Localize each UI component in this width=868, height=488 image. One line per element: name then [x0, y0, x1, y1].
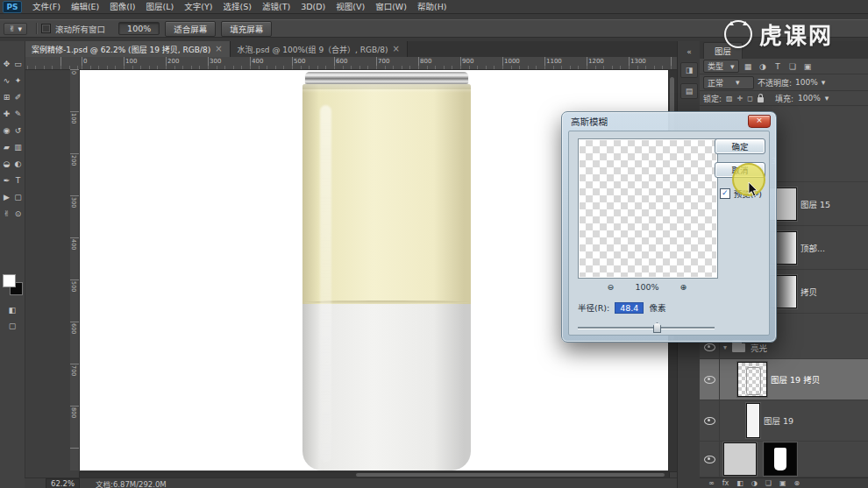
- brush-tool[interactable]: ✎: [12, 105, 24, 122]
- opacity-label: 不透明度:: [758, 77, 792, 88]
- lock-image-icon[interactable]: ◻: [747, 95, 753, 103]
- zoom-tool[interactable]: ⊙: [12, 205, 24, 222]
- ok-button[interactable]: 确定: [715, 138, 765, 154]
- foreground-color-swatch[interactable]: [3, 274, 16, 287]
- menu-filter[interactable]: 滤镜(T): [257, 0, 295, 13]
- quick-mask-icon[interactable]: ◧: [9, 306, 17, 315]
- blur-tool[interactable]: ◒: [1, 155, 12, 172]
- menu-layer[interactable]: 图层(L): [141, 0, 180, 13]
- menu-window[interactable]: 窗口(W): [370, 0, 412, 13]
- type-tool[interactable]: T: [12, 172, 24, 188]
- hand-tool[interactable]: ✌: [1, 205, 12, 222]
- lock-position-icon[interactable]: ✛: [737, 95, 743, 103]
- layer-thumbnail[interactable]: [723, 442, 757, 476]
- quick-selection-tool[interactable]: ✦: [12, 72, 24, 88]
- lasso-tool[interactable]: ∿: [1, 72, 12, 88]
- menu-edit[interactable]: 编辑(E): [66, 0, 104, 13]
- watermark: 虎课网: [724, 18, 833, 50]
- move-tool[interactable]: ✥: [1, 55, 12, 72]
- visibility-toggle[interactable]: [700, 359, 720, 400]
- layer-row[interactable]: [700, 442, 868, 477]
- lock-all-icon[interactable]: [758, 97, 764, 103]
- menu-select[interactable]: 选择(S): [217, 0, 256, 13]
- fill-screen-button[interactable]: 填充屏幕: [221, 21, 272, 37]
- filter-adjustment-icon[interactable]: ◑: [758, 62, 769, 71]
- eye-icon: [704, 376, 715, 384]
- menu-3d[interactable]: 3D(D): [295, 0, 331, 13]
- gradient-tool[interactable]: ▥: [12, 138, 24, 155]
- close-icon[interactable]: ×: [393, 45, 400, 53]
- close-icon[interactable]: ×: [215, 45, 222, 53]
- dock-panel-icon-b[interactable]: ▤: [680, 83, 698, 99]
- dock-panel-icon-a[interactable]: ◨: [680, 62, 698, 78]
- layer-row-selected[interactable]: 图层 19 拷贝: [700, 359, 868, 400]
- scroll-all-windows-label: 滚动所有窗口: [55, 23, 105, 35]
- horizontal-scrollbar-thumb[interactable]: [356, 473, 665, 477]
- zoom-in-icon[interactable]: ⊕: [680, 282, 687, 292]
- link-layers-icon[interactable]: ∞: [708, 479, 715, 488]
- crop-tool[interactable]: ⊞: [1, 88, 12, 105]
- visibility-toggle[interactable]: [700, 442, 720, 477]
- filter-shape-icon[interactable]: ❏: [787, 62, 799, 71]
- opacity-value[interactable]: 100%: [795, 78, 818, 87]
- dialog-title[interactable]: 高斯模糊: [571, 115, 608, 128]
- fill-value[interactable]: 100%: [798, 94, 821, 103]
- ps-logo[interactable]: PS: [3, 1, 22, 13]
- layer-filter-select[interactable]: 类型 ▾: [703, 60, 739, 73]
- filter-pixel-icon[interactable]: ▦: [743, 62, 754, 71]
- zoom-out-icon[interactable]: ⊖: [607, 282, 614, 292]
- healing-brush-tool[interactable]: ✚: [1, 105, 12, 122]
- adjustment-layer-icon[interactable]: ◑: [751, 479, 758, 488]
- menu-help[interactable]: 帮助(H): [412, 0, 452, 13]
- color-swatches: [2, 274, 23, 297]
- expand-open-icon[interactable]: ▾: [720, 343, 730, 351]
- menu-image[interactable]: 图像(I): [104, 0, 140, 13]
- lock-transparency-icon[interactable]: ▨: [726, 95, 733, 103]
- layer-thumbnail[interactable]: [746, 403, 760, 438]
- dialog-body: ⊖ 100% ⊕ 半径(R): 48.4 像素 确定 取消 ✓ 预览(P): [568, 131, 770, 336]
- blur-preview-area[interactable]: [578, 138, 718, 279]
- menu-type[interactable]: 文字(Y): [179, 0, 217, 13]
- filter-type-icon[interactable]: T: [772, 62, 784, 71]
- layer-mask-thumbnail[interactable]: [764, 442, 797, 476]
- new-layer-icon[interactable]: ▣: [779, 479, 786, 488]
- marquee-tool[interactable]: ▭: [12, 55, 24, 72]
- slider-track[interactable]: [578, 327, 715, 329]
- menu-view[interactable]: 视图(V): [331, 0, 370, 13]
- eraser-tool[interactable]: ▰: [1, 138, 12, 155]
- dialog-close-button[interactable]: ×: [748, 115, 771, 128]
- zoom-100-button[interactable]: 100%: [118, 22, 160, 35]
- dodge-tool[interactable]: ◐: [12, 155, 24, 172]
- history-brush-tool[interactable]: ↺: [12, 122, 24, 138]
- collapse-panels-icon[interactable]: «: [681, 46, 697, 57]
- scroll-all-windows-checkbox[interactable]: [41, 24, 51, 33]
- eyedropper-tool[interactable]: ✐: [12, 88, 24, 105]
- radius-input[interactable]: 48.4: [615, 302, 644, 314]
- zoom-level-field[interactable]: 62.2%: [46, 478, 80, 488]
- tab-case-psd[interactable]: 案例精修-1.psd @ 62.2% (图层 19 拷贝, RGB/8) ×: [25, 41, 231, 57]
- screen-mode-icon[interactable]: ▢: [9, 322, 17, 330]
- layer-thumbnail[interactable]: [737, 362, 767, 397]
- filter-smart-object-icon[interactable]: ▣: [802, 62, 814, 71]
- add-mask-icon[interactable]: ◧: [736, 479, 743, 488]
- visibility-toggle[interactable]: [700, 400, 720, 441]
- path-selection-tool[interactable]: ▶: [1, 188, 12, 205]
- delete-layer-icon[interactable]: ⊗: [794, 479, 800, 488]
- layer-style-icon[interactable]: fx: [722, 479, 729, 488]
- menu-file[interactable]: 文件(F): [27, 0, 66, 13]
- pen-tool[interactable]: ✒: [1, 172, 12, 188]
- bottle-body: [302, 84, 471, 470]
- chevron-down-icon[interactable]: ▾: [822, 78, 826, 87]
- preview-checkbox[interactable]: ✓: [720, 188, 730, 199]
- blend-mode-select[interactable]: 正常 ▾: [703, 76, 754, 89]
- clone-stamp-tool[interactable]: ◉: [1, 122, 12, 138]
- shape-tool[interactable]: ▢: [12, 188, 24, 205]
- chevron-down-icon[interactable]: ▾: [825, 94, 829, 103]
- new-group-icon[interactable]: ❏: [765, 479, 772, 488]
- current-tool-button[interactable]: ✌ ▾: [4, 23, 27, 35]
- layer-row[interactable]: 图层 19: [700, 400, 868, 442]
- slider-thumb[interactable]: [653, 322, 661, 333]
- fit-screen-button[interactable]: 适合屏幕: [165, 21, 216, 37]
- radius-slider[interactable]: [578, 322, 715, 333]
- tab-bubble-psd[interactable]: 水泡.psd @ 100%(组 9（合并）, RGB/8) ×: [231, 41, 408, 57]
